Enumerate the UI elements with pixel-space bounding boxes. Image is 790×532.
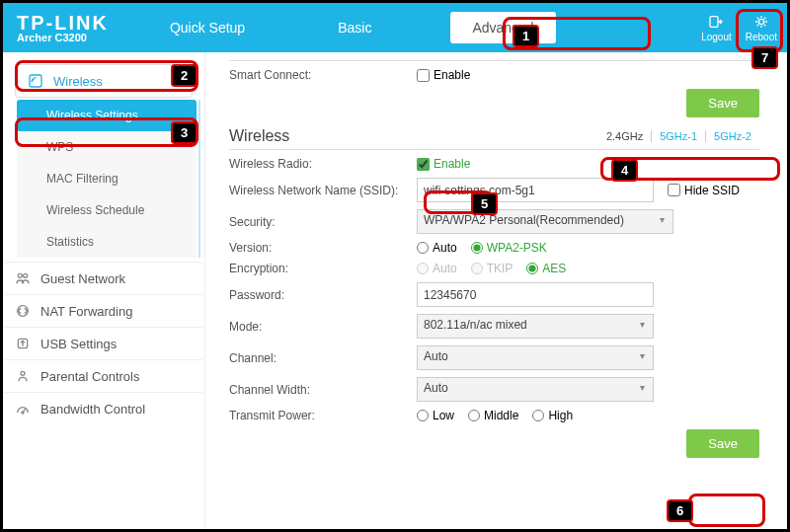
version-auto[interactable]: Auto (417, 241, 457, 255)
logout-label: Logout (701, 32, 732, 42)
ssid-label: Wireless Network Name (SSID): (229, 184, 417, 197)
content-panel: Smart Connect: Enable Save Wireless 2.4G… (205, 52, 787, 529)
channel-label: Channel: (229, 351, 417, 365)
password-input[interactable] (417, 282, 654, 307)
brand-logo: TP-LINK (17, 13, 109, 33)
guest-icon (15, 270, 31, 286)
wireless-radio-checkbox[interactable] (417, 158, 430, 171)
row-wireless-radio: Wireless Radio: Enable (229, 157, 759, 171)
parental-label: Parental Controls (40, 369, 139, 384)
sidebar-item-usb-settings[interactable]: USB Settings (3, 327, 204, 359)
smart-connect-save-row: Save (229, 89, 759, 117)
sidebar-bottom: Guest Network NAT Forwarding USB Setting… (3, 262, 204, 424)
svg-point-4 (24, 273, 28, 277)
sidebar-item-guest-network[interactable]: Guest Network (3, 262, 204, 294)
divider (229, 60, 759, 61)
sidebar-item-parental-controls[interactable]: Parental Controls (3, 359, 204, 392)
row-smart-connect: Smart Connect: Enable (229, 68, 759, 82)
row-version: Version: Auto WPA2-PSK (229, 241, 759, 255)
reboot-button[interactable]: Reboot (746, 14, 777, 42)
smart-connect-label: Smart Connect: (229, 68, 417, 82)
band-5ghz-2[interactable]: 5GHz-2 (705, 130, 759, 142)
reboot-icon (753, 14, 769, 30)
band-5ghz-1[interactable]: 5GHz-1 (651, 130, 705, 142)
svg-point-7 (21, 371, 25, 375)
security-select[interactable]: WPA/WPA2 Personal(Recommended) (417, 209, 673, 234)
sidebar-sub-wps[interactable]: WPS (17, 131, 197, 163)
tx-low[interactable]: Low (417, 409, 454, 422)
tab-quick-setup[interactable]: Quick Setup (148, 12, 267, 43)
tab-basic[interactable]: Basic (316, 12, 393, 43)
security-label: Security: (229, 215, 417, 229)
sidebar-wireless-label: Wireless (53, 74, 103, 89)
row-mode: Mode: 802.11a/n/ac mixed (229, 314, 759, 339)
svg-rect-0 (710, 16, 718, 27)
sidebar: Wireless Wireless Settings WPS MAC Filte… (3, 52, 205, 529)
wireless-section-title: Wireless (229, 127, 289, 145)
svg-point-1 (758, 19, 763, 24)
save-button-bottom[interactable]: Save (686, 429, 759, 458)
sidebar-sub-wireless-schedule[interactable]: Wireless Schedule (17, 194, 197, 226)
brand-model: Archer C3200 (17, 33, 109, 43)
version-wpa2psk[interactable]: WPA2-PSK (471, 241, 547, 255)
nat-icon (15, 303, 31, 319)
guest-label: Guest Network (40, 271, 125, 286)
bandwidth-icon (15, 401, 31, 417)
mode-select[interactable]: 802.11a/n/ac mixed (417, 314, 654, 339)
row-password: Password: (229, 282, 759, 307)
smart-connect-checkbox[interactable] (417, 69, 430, 82)
version-label: Version: (229, 241, 417, 255)
tx-label: Transmit Power: (229, 409, 417, 422)
hide-ssid[interactable]: Hide SSID (668, 184, 740, 197)
wireless-radio-label: Wireless Radio: (229, 157, 417, 171)
mode-label: Mode: (229, 320, 417, 334)
sidebar-sub-mac-filtering[interactable]: MAC Filtering (17, 163, 197, 194)
sidebar-item-wireless[interactable]: Wireless (15, 64, 193, 98)
row-tx-power: Transmit Power: Low Middle High (229, 409, 759, 422)
enc-auto: Auto (417, 262, 457, 275)
header-bar: TP-LINK Archer C3200 Quick Setup Basic A… (3, 3, 787, 52)
cwidth-select[interactable]: Auto (417, 377, 654, 402)
enc-tkip: TKIP (471, 262, 514, 275)
main-tabs: Quick Setup Basic Advanced (148, 12, 701, 43)
save-button-top[interactable]: Save (686, 89, 759, 117)
parental-icon (15, 368, 31, 384)
hide-ssid-checkbox[interactable] (668, 184, 680, 196)
nat-label: NAT Forwarding (40, 304, 132, 319)
smart-connect-enable-label: Enable (434, 68, 470, 82)
reboot-label: Reboot (746, 32, 777, 42)
tx-high[interactable]: High (532, 409, 573, 422)
wireless-radio-enable[interactable]: Enable (417, 157, 470, 171)
wireless-save-row: Save (229, 429, 759, 458)
enc-aes[interactable]: AES (526, 262, 566, 275)
brand: TP-LINK Archer C3200 (17, 13, 109, 43)
tab-advanced[interactable]: Advanced (450, 12, 555, 43)
ssid-input[interactable] (417, 178, 654, 202)
usb-icon (15, 336, 31, 351)
smart-connect-enable[interactable]: Enable (417, 68, 470, 82)
band-tabs: 2.4GHz 5GHz-1 5GHz-2 (598, 130, 759, 142)
sidebar-sub-wireless-settings[interactable]: Wireless Settings (17, 100, 197, 131)
wifi-icon (28, 73, 43, 89)
row-security: Security: WPA/WPA2 Personal(Recommended) (229, 209, 759, 234)
hide-ssid-label: Hide SSID (684, 184, 740, 197)
encryption-label: Encryption: (229, 262, 417, 275)
row-channel-width: Channel Width: Auto (229, 377, 759, 402)
wireless-radio-enable-label: Enable (434, 157, 470, 171)
band-2.4ghz[interactable]: 2.4GHz (598, 130, 651, 142)
logout-icon (708, 14, 724, 30)
sidebar-item-bandwidth-control[interactable]: Bandwidth Control (3, 392, 204, 424)
password-label: Password: (229, 288, 417, 302)
svg-point-3 (18, 273, 22, 277)
channel-select[interactable]: Auto (417, 345, 654, 370)
row-channel: Channel: Auto (229, 345, 759, 370)
usb-label: USB Settings (40, 337, 117, 351)
row-ssid: Wireless Network Name (SSID): Hide SSID (229, 178, 759, 202)
sidebar-sub-statistics[interactable]: Statistics (17, 226, 197, 258)
tx-middle[interactable]: Middle (468, 409, 518, 422)
sidebar-item-nat-forwarding[interactable]: NAT Forwarding (3, 294, 204, 327)
logout-button[interactable]: Logout (701, 14, 732, 42)
wireless-section-title-row: Wireless 2.4GHz 5GHz-1 5GHz-2 (229, 127, 759, 145)
cwidth-label: Channel Width: (229, 383, 417, 397)
row-encryption: Encryption: Auto TKIP AES (229, 262, 759, 275)
